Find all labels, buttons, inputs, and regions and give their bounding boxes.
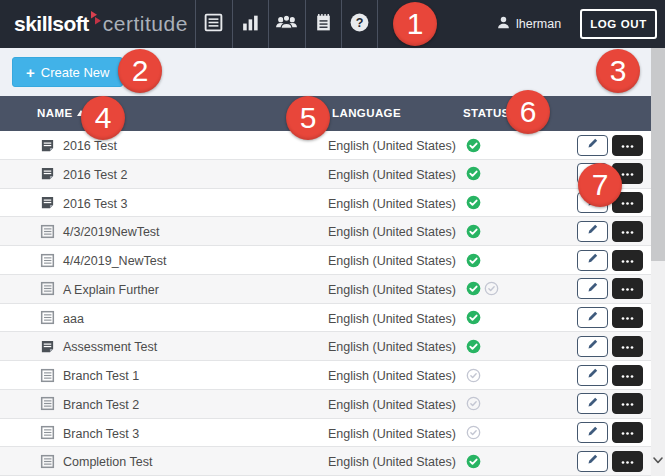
note-document-icon [40,195,55,214]
row-name[interactable]: aaa [63,312,84,326]
edit-button[interactable] [577,250,608,271]
row-name[interactable]: 4/4/2019_NewTest [63,254,167,268]
more-actions-button[interactable] [612,451,643,472]
row-language: English (United States) [328,340,456,354]
edit-button[interactable] [577,393,608,414]
ellipsis-icon [620,310,635,325]
row-language: English (United States) [328,398,456,412]
row-name[interactable]: Branch Test 3 [63,427,139,441]
row-name[interactable]: 2016 Test 3 [63,197,127,211]
nav-item-help[interactable]: ? [341,0,378,48]
row-name[interactable]: 2016 Test [63,139,117,153]
header-nav: ? [195,0,378,48]
row-language: English (United States) [328,168,456,182]
more-actions-button[interactable] [612,250,643,271]
edit-button[interactable] [577,221,608,242]
edit-button[interactable] [577,278,608,299]
callout-badge-6: 6 [506,90,550,134]
row-status [466,454,481,473]
edit-button[interactable] [577,307,608,328]
scroll-down-chevron-icon[interactable] [652,452,664,470]
status-active-check-icon [466,166,481,185]
pencil-icon [586,310,599,326]
logo-chevrons-icon [90,11,102,25]
row-actions [577,250,643,271]
list-document-icon [203,12,224,37]
pencil-icon [586,252,599,268]
nav-item-bar-chart[interactable] [232,0,269,48]
table-row: A Explain FurtherEnglish (United States) [0,275,665,304]
more-actions-button[interactable] [612,336,643,357]
status-inactive-check-icon [466,368,481,387]
row-name[interactable]: 2016 Test 2 [63,168,127,182]
more-actions-button[interactable] [612,278,643,299]
table-row: Branch Test 1English (United States) [0,361,665,390]
row-name[interactable]: Branch Test 2 [63,398,139,412]
more-actions-button[interactable] [612,307,643,328]
column-header-language[interactable]: LANGUAGE [332,107,401,119]
pencil-icon [586,453,599,469]
list-document-icon [40,396,55,415]
edit-button[interactable] [577,135,608,156]
row-actions [577,422,643,443]
callout-badge-5: 5 [286,96,330,140]
nav-item-notepad[interactable] [305,0,342,48]
current-user: lherman [496,0,561,48]
more-actions-button[interactable] [612,221,643,242]
status-active-check-icon [466,339,481,358]
edit-button[interactable] [577,451,608,472]
row-status [466,166,481,185]
nav-item-people[interactable] [268,0,305,48]
edit-button[interactable] [577,365,608,386]
row-name[interactable]: Assessment Test [63,340,157,354]
more-actions-button[interactable] [612,135,643,156]
table-row: 2016 Test 2English (United States) [0,160,665,189]
ellipsis-icon [620,253,635,268]
row-language: English (United States) [328,312,456,326]
nav-item-list-document[interactable] [195,0,232,48]
row-actions [577,307,643,328]
note-document-icon [40,138,55,157]
status-active-check-icon [466,138,481,157]
status-active-check-icon [466,454,481,473]
row-status [466,368,481,387]
row-name[interactable]: 4/3/2019NewTest [63,225,160,239]
row-actions [577,135,643,156]
more-actions-button[interactable] [612,365,643,386]
scrollbar-thumb[interactable] [651,48,665,261]
row-status [466,425,481,444]
pencil-icon [586,338,599,354]
row-name[interactable]: Completion Test [63,455,152,469]
column-header-status[interactable]: STATUS [463,107,510,119]
more-actions-button[interactable] [612,422,643,443]
row-language: English (United States) [328,427,456,441]
list-document-icon [40,454,55,473]
people-icon [275,12,298,37]
row-language: English (United States) [328,283,456,297]
top-header: skillsoft certitude ? lherman LOG OUT [0,0,665,48]
column-header-name[interactable]: NAME [37,107,85,119]
row-name[interactable]: Branch Test 1 [63,369,139,383]
row-name[interactable]: A Explain Further [63,283,159,297]
callout-badge-2: 2 [118,49,162,93]
edit-button[interactable] [577,336,608,357]
logout-button[interactable]: LOG OUT [580,9,657,39]
pencil-icon [586,367,599,383]
list-document-icon [40,224,55,243]
status-inactive-check-icon [466,425,481,444]
vertical-scrollbar[interactable] [651,48,665,476]
row-language: English (United States) [328,225,456,239]
edit-button[interactable] [577,422,608,443]
table-body: 2016 TestEnglish (United States)2016 Tes… [0,131,665,476]
row-actions [577,393,643,414]
status-active-check-icon [466,310,481,329]
list-document-icon [40,253,55,272]
row-status [466,310,481,329]
more-actions-button[interactable] [612,393,643,414]
status-active-check-icon [466,195,481,214]
create-new-button[interactable]: + Create New [12,57,123,87]
logo-product-text: certitude [103,12,188,36]
row-language: English (United States) [328,369,456,383]
skillsoft-certitude-logo: skillsoft certitude [14,12,188,36]
list-document-icon [40,310,55,329]
